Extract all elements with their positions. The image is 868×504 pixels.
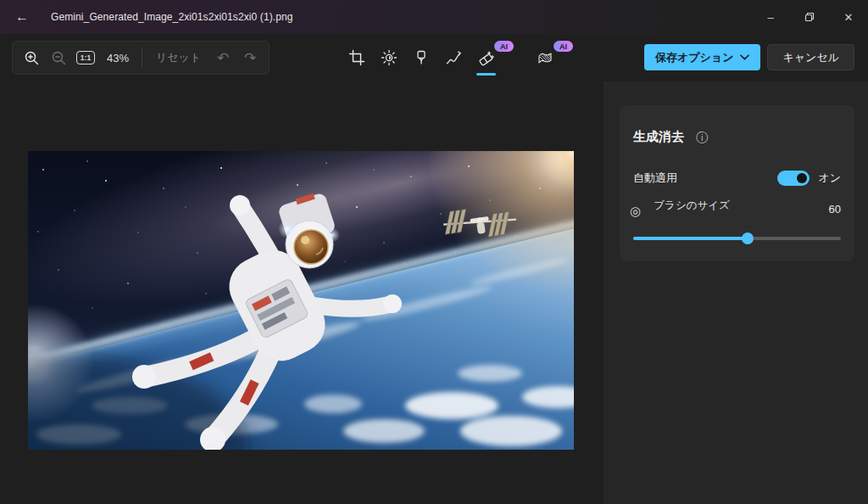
background-icon xyxy=(537,49,554,66)
maximize-button[interactable] xyxy=(790,0,829,34)
filter-tool-button[interactable] xyxy=(405,39,437,76)
redo-button[interactable]: ↷ xyxy=(236,44,264,71)
ai-badge: AI xyxy=(554,41,573,52)
save-options-button[interactable]: 保存オプション xyxy=(644,44,761,70)
generative-erase-tool-button[interactable]: AI xyxy=(470,39,502,76)
crop-icon xyxy=(348,49,365,66)
zoom-out-button[interactable] xyxy=(45,44,72,71)
zoom-in-icon xyxy=(24,50,40,66)
chevron-down-icon xyxy=(740,54,749,60)
zoom-out-icon xyxy=(51,50,67,66)
zoom-in-button[interactable] xyxy=(18,44,45,71)
minimize-icon: – xyxy=(767,11,773,24)
brush-size-label: ブラシのサイズ xyxy=(653,199,731,212)
reset-button[interactable]: リセット xyxy=(147,50,209,65)
ai-badge: AI xyxy=(494,41,514,52)
toggle-knob xyxy=(797,173,807,183)
erase-icon xyxy=(476,48,495,67)
crop-tool-button[interactable] xyxy=(341,39,373,76)
brush-slider-fill xyxy=(633,237,748,240)
actual-size-button[interactable]: 1:1 xyxy=(72,44,99,71)
info-icon[interactable]: ⓘ xyxy=(696,132,708,143)
background-tool-button[interactable]: AI xyxy=(529,39,561,76)
panel-title: 生成消去 xyxy=(633,129,684,145)
auto-apply-toggle[interactable] xyxy=(777,171,810,186)
window-controls: – ✕ xyxy=(751,0,868,34)
brush-size-row: ◎ ブラシのサイズ 60 xyxy=(630,199,841,219)
selected-tool-indicator xyxy=(476,73,496,76)
auto-apply-label: 自動適用 xyxy=(633,171,677,186)
toolbar-actions: 保存オプション キャンセル xyxy=(644,44,854,70)
title-bar: ← Gemini_Generated_Image_2xi01s2xi01s2xi… xyxy=(0,0,868,34)
toolbar-divider xyxy=(142,48,142,68)
photos-app-window: ← Gemini_Generated_Image_2xi01s2xi01s2xi… xyxy=(0,0,868,504)
brush-slider-thumb[interactable] xyxy=(742,232,754,244)
undo-icon: ↶ xyxy=(217,51,229,65)
restore-icon xyxy=(804,11,815,23)
zoom-level-value: 43% xyxy=(99,52,136,64)
tool-sidebar: 生成消去 ⓘ 自動適用 オン ◎ ブラシのサイズ 60 xyxy=(604,81,868,504)
edit-tools-group: AI AI xyxy=(341,39,576,76)
filter-icon xyxy=(413,49,430,66)
edit-toolbar: 1:1 43% リセット ↶ ↷ xyxy=(0,34,868,81)
auto-apply-state: オン xyxy=(818,171,841,186)
zoom-controls-group: 1:1 43% リセット ↶ ↷ xyxy=(12,41,270,75)
brush-target-icon: ◎ xyxy=(630,204,641,219)
auto-apply-row: 自動適用 オン xyxy=(633,170,841,187)
one-to-one-icon: 1:1 xyxy=(76,51,95,64)
close-icon: ✕ xyxy=(844,11,854,24)
back-button[interactable]: ← xyxy=(5,0,39,34)
markup-pen-icon xyxy=(445,49,463,67)
redo-icon: ↷ xyxy=(244,51,256,65)
brush-size-slider[interactable] xyxy=(633,232,841,244)
close-button[interactable]: ✕ xyxy=(829,0,868,34)
minimize-button[interactable]: – xyxy=(751,0,790,34)
window-title: Gemini_Generated_Image_2xi01s2xi01s2xi0 … xyxy=(51,11,293,23)
undo-button[interactable]: ↶ xyxy=(209,44,236,71)
save-options-label: 保存オプション xyxy=(655,50,734,65)
brush-size-value: 60 xyxy=(829,203,841,216)
markup-tool-button[interactable] xyxy=(437,39,470,76)
brightness-icon xyxy=(381,49,398,66)
back-icon: ← xyxy=(15,9,29,25)
adjust-tool-button[interactable] xyxy=(373,39,405,76)
cancel-button[interactable]: キャンセル xyxy=(767,44,854,70)
generative-erase-panel: 生成消去 ⓘ 自動適用 オン ◎ ブラシのサイズ 60 xyxy=(620,105,854,261)
photo-canvas[interactable] xyxy=(28,151,574,450)
